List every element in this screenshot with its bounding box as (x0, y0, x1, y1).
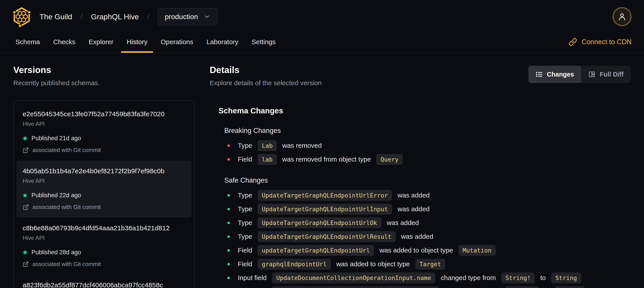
tab-operations[interactable]: Operations (154, 32, 200, 52)
code-badge: UpdateTargetGraphQLEndpointUrlError (258, 190, 392, 201)
code-badge: Target (415, 259, 446, 269)
code-badge: UpdateTargetGraphQLEndpointUrlOk (258, 217, 381, 228)
version-hash: 4b05ab51b1b4a7e2e4b0ef82172f2b9f7ef98c0b (22, 167, 185, 175)
link-chain-icon (569, 38, 577, 46)
code-badge: graphqlEndpointUrl (258, 259, 331, 269)
change-item: Input field UpdateDocumentCollectionOper… (227, 272, 631, 283)
tab-checks[interactable]: Checks (46, 32, 82, 52)
target-selector-value: production (165, 13, 198, 21)
version-item[interactable]: c8b6e88a06793b9c4dfd54aaa21b36a1b421d812… (16, 218, 192, 275)
change-item: Type UpdateTargetGraphQLEndpointUrlResul… (227, 231, 631, 242)
version-item-selected[interactable]: 4b05ab51b1b4a7e2e4b0ef82172f2b9f7ef98c0b… (16, 161, 192, 218)
code-badge: Query (376, 154, 403, 165)
versions-panel: Versions Recently published schemas. e2e… (13, 65, 194, 288)
external-link-icon (22, 147, 29, 153)
target-selector[interactable]: production (158, 8, 218, 26)
version-item[interactable]: a823f6db2a55df877dcf406006abca97fcc4858c… (16, 275, 192, 288)
external-link-icon (22, 261, 29, 267)
published-dot-icon (22, 136, 28, 141)
changes-toggle-button[interactable]: Changes (528, 66, 581, 83)
change-item: Type UpdateTargetGraphQLEndpointUrlOk wa… (227, 217, 631, 228)
code-badge: UpdateTargetGraphQLEndpointUrlInput (258, 204, 392, 214)
details-title: Details (210, 65, 322, 75)
hive-logo-icon[interactable] (11, 6, 32, 27)
connect-to-cdn-link[interactable]: Connect to CDN (569, 32, 638, 52)
version-hash: a823f6db2a55df877dcf406006abca97fcc4858c (22, 281, 185, 288)
person-icon (618, 12, 627, 21)
change-text: was removed from object type (280, 156, 373, 163)
bullet-icon (227, 235, 230, 238)
change-text: Type (238, 205, 254, 213)
breadcrumb: The Guild / GraphQL Hive / production (40, 8, 218, 26)
full-diff-toggle-label: Full Diff (600, 71, 624, 78)
git-commit-label: associated with Git commit (32, 261, 101, 267)
tab-history[interactable]: History (120, 32, 154, 52)
diff-columns-icon (588, 71, 596, 78)
bullet-icon (227, 222, 230, 224)
code-badge: UpdateTargetGraphQLEndpointUrlResult (258, 231, 396, 242)
user-avatar[interactable] (612, 7, 632, 26)
breadcrumb-separator: / (147, 13, 149, 21)
change-item: Type UpdateTargetGraphQLEndpointUrlError… (227, 190, 631, 201)
breadcrumb-project[interactable]: GraphQL Hive (91, 13, 139, 21)
code-badge: UpdateDocumentCollectionOperationInput.n… (272, 272, 435, 283)
code-badge: String (551, 272, 581, 283)
change-text: was added (385, 219, 419, 226)
breadcrumb-org[interactable]: The Guild (40, 13, 72, 21)
git-commit-link[interactable]: associated with Git commit (22, 204, 185, 211)
git-commit-link[interactable]: associated with Git commit (22, 261, 185, 267)
code-badge: lab (258, 154, 277, 165)
tab-schema[interactable]: Schema (9, 32, 46, 52)
top-header: The Guild / GraphQL Hive / production (0, 0, 644, 32)
bullet-icon (227, 208, 230, 210)
versions-subtitle: Recently published schemas. (13, 79, 194, 87)
details-header: Details Explore details of the selected … (210, 65, 631, 87)
bullet-icon (227, 249, 230, 252)
full-diff-toggle-button[interactable]: Full Diff (581, 66, 631, 83)
change-item: Input field UpdateDocumentCollectionOper… (227, 286, 631, 288)
code-badge: UpdateDocumentCollectionOperationInput.q… (272, 286, 439, 288)
version-item[interactable]: e2e55045345ce13fe07f52a77459b83fa3fe7020… (16, 104, 192, 161)
change-section-safe: Safe ChangesType UpdateTargetGraphQLEndp… (224, 176, 631, 288)
change-text: was added (399, 233, 433, 240)
code-badge: Mutation (458, 245, 496, 256)
external-link-icon (22, 204, 29, 210)
published-label: Published 28d ago (32, 249, 81, 256)
git-commit-link[interactable]: associated with Git commit (22, 147, 185, 154)
version-status: Published 21d ago (22, 135, 185, 142)
change-text: was added to object type (378, 246, 455, 254)
bullet-icon (227, 277, 230, 279)
change-item: Field lab was removed from object type Q… (227, 154, 631, 165)
versions-title: Versions (13, 65, 194, 75)
connect-to-cdn-label: Connect to CDN (582, 38, 632, 46)
version-service: Hive API (22, 177, 185, 184)
code-badge: String (555, 286, 585, 288)
version-status: Published 28d ago (22, 249, 185, 256)
bullet-icon (227, 144, 230, 147)
bullet-icon (227, 194, 230, 197)
bullet-icon (227, 263, 230, 265)
change-text: Type (238, 191, 254, 199)
tab-laboratory[interactable]: Laboratory (200, 32, 245, 52)
published-label: Published 22d ago (32, 192, 81, 199)
schema-changes-sections: Breaking ChangesType Lab was removedFiel… (218, 127, 631, 288)
tab-settings[interactable]: Settings (245, 32, 282, 52)
version-hash: c8b6e88a06793b9c4dfd54aaa21b36a1b421d812 (22, 224, 185, 232)
change-item: Type UpdateTargetGraphQLEndpointUrlInput… (227, 203, 631, 214)
breadcrumb-separator: / (80, 13, 82, 21)
change-text: was added to object type (334, 260, 412, 268)
change-item: Type Lab was removed (227, 140, 631, 151)
list-icon (536, 71, 543, 78)
code-badge: updateTargetGraphQLEndpointUrl (258, 245, 374, 256)
change-item: Field graphqlEndpointUrl was added to ob… (227, 258, 631, 269)
change-text: Type (238, 142, 254, 149)
tab-explorer[interactable]: Explorer (82, 32, 120, 52)
change-text: Input field (238, 274, 268, 281)
version-hash: e2e55045345ce13fe07f52a77459b83fa3fe7020 (22, 110, 185, 118)
view-toggle-group: Changes Full Diff (528, 66, 631, 83)
version-service: Hive API (22, 121, 185, 127)
schema-changes-title: Schema Changes (218, 106, 631, 115)
details-panel: Details Explore details of the selected … (194, 65, 631, 288)
change-section-breaking: Breaking ChangesType Lab was removedFiel… (224, 127, 631, 165)
change-section-title: Safe Changes (224, 176, 631, 184)
